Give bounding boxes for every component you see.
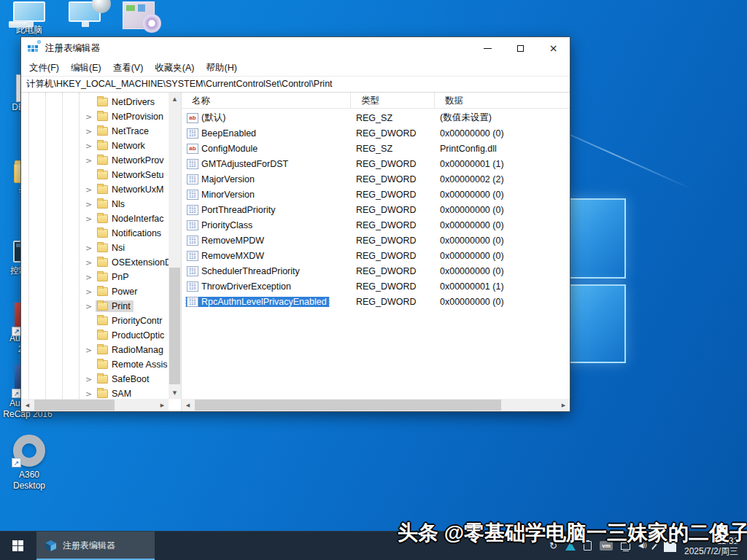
expander-icon[interactable] [85, 185, 96, 195]
tree-item[interactable]: Network [21, 139, 169, 153]
expander-icon[interactable] [85, 127, 96, 136]
registry-value-row[interactable]: PriorityClass REG_DWORD 0x00000000 (0) [182, 217, 570, 233]
expander-icon[interactable] [85, 244, 96, 253]
scroll-down-icon[interactable]: ▼ [169, 386, 181, 399]
list-horizontal-scrollbar[interactable]: ◀ ▶ [182, 399, 570, 411]
value-name: ThrowDriverException [201, 281, 291, 292]
registry-value-row[interactable]: PortThreadPriority REG_DWORD 0x00000000 … [182, 202, 570, 217]
value-type-icon [187, 266, 198, 276]
expander-icon[interactable] [85, 214, 96, 224]
expander-icon[interactable] [85, 346, 96, 355]
expander-icon[interactable] [85, 200, 96, 209]
registry-value-row[interactable]: MajorVersion REG_DWORD 0x00000002 (2) [182, 171, 570, 187]
value-type: REG_DWORD [351, 220, 435, 230]
tree-item[interactable]: Nsi [21, 241, 169, 255]
scrollbar-thumb[interactable] [195, 400, 501, 411]
tree-item[interactable]: PnP [21, 270, 169, 284]
expander-icon[interactable] [85, 287, 96, 297]
desktop-icon-this-pc[interactable]: 此电脑 [1, 1, 57, 36]
scroll-left-icon[interactable]: ◀ [21, 399, 34, 411]
tree-item[interactable]: NetTrace [21, 124, 169, 139]
menu-edit[interactable]: 编辑(E) [65, 60, 107, 76]
tree-item-label: Power [112, 287, 137, 297]
tree-item[interactable]: Remote Assis [21, 357, 169, 372]
folder-icon [97, 98, 108, 106]
tree-item[interactable]: NodeInterfac [21, 211, 169, 226]
registry-value-row[interactable]: ConfigModule REG_SZ PrintConfig.dll [182, 141, 570, 156]
registry-value-row[interactable]: GMTAdjustedForDST REG_DWORD 0x00000001 (… [182, 156, 570, 171]
folder-icon [97, 244, 108, 252]
menu-help[interactable]: 帮助(H) [200, 60, 242, 76]
tree-item-label: Nsi [112, 243, 125, 253]
taskbar-app-label: 注册表编辑器 [63, 540, 115, 552]
minimize-button[interactable] [471, 37, 504, 59]
column-header-type[interactable]: 类型 [351, 93, 435, 109]
registry-value-row[interactable]: SchedulerThreadPriority REG_DWORD 0x0000… [182, 263, 570, 279]
tree-item[interactable]: PriorityContr [21, 314, 169, 328]
window-title: 注册表编辑器 [45, 42, 471, 55]
tree-item[interactable]: RadioManag [21, 343, 169, 357]
tree-item[interactable]: NetProvision [21, 109, 169, 124]
maximize-button[interactable] [504, 37, 537, 59]
desktop-icon-installer[interactable] [111, 1, 166, 32]
menu-view[interactable]: 查看(V) [107, 60, 150, 76]
taskbar-app-registry-editor[interactable]: 注册表编辑器 [36, 532, 155, 560]
column-header-name[interactable]: 名称 [182, 93, 351, 109]
scrollbar-thumb[interactable] [169, 268, 180, 384]
tree-item[interactable]: OSExtensionD [21, 255, 169, 270]
scroll-right-icon[interactable]: ▶ [156, 399, 169, 411]
desktop-icon-a360[interactable]: ↗ A360 Desktop [1, 435, 57, 491]
tree-item[interactable]: SafeBoot [21, 372, 169, 386]
tree-item[interactable]: Power [21, 284, 169, 299]
expander-icon[interactable] [85, 302, 96, 311]
menu-file[interactable]: 文件(F) [23, 60, 65, 76]
registry-value-row[interactable]: MinorVersion REG_DWORD 0x00000000 (0) [182, 187, 570, 202]
start-button[interactable] [0, 532, 35, 560]
expander-icon[interactable] [85, 258, 96, 268]
scroll-right-icon[interactable]: ▶ [557, 399, 570, 411]
address-bar[interactable]: 计算机\HKEY_LOCAL_MACHINE\SYSTEM\CurrentCon… [21, 76, 570, 93]
tree-vertical-scrollbar[interactable]: ▲ ▼ [169, 93, 181, 399]
tree-horizontal-scrollbar[interactable]: ◀ ▶ [21, 399, 169, 411]
value-type: REG_DWORD [351, 190, 435, 200]
registry-value-row[interactable]: BeepEnabled REG_DWORD 0x00000000 (0) [182, 125, 570, 141]
tree-item[interactable]: NetworkUxM [21, 182, 169, 197]
expander-icon[interactable] [85, 375, 96, 384]
list-header: 名称 类型 数据 [182, 93, 570, 109]
folder-icon [97, 375, 108, 384]
tree-item[interactable]: NetDrivers [21, 95, 169, 109]
column-header-data[interactable]: 数据 [435, 93, 570, 109]
value-type-icon [187, 220, 198, 230]
a360-icon: ↗ [13, 435, 45, 467]
registry-value-row[interactable]: RemoveMXDW REG_DWORD 0x00000000 (0) [182, 248, 570, 263]
value-name: RemoveMPDW [201, 236, 264, 246]
expander-icon[interactable] [85, 141, 96, 151]
expander-icon[interactable] [85, 156, 96, 166]
value-type: REG_DWORD [351, 266, 435, 276]
scroll-up-icon[interactable]: ▲ [169, 93, 181, 105]
registry-value-row[interactable]: RemoveMPDW REG_DWORD 0x00000000 (0) [182, 233, 570, 248]
registry-values-panel[interactable]: 名称 类型 数据 (默认) REG_SZ (数值未设置) [182, 93, 570, 411]
tree-item[interactable]: ProductOptic [21, 328, 169, 343]
scrollbar-thumb[interactable] [34, 400, 115, 411]
expander-icon[interactable] [85, 273, 96, 282]
registry-tree-panel[interactable]: NetDrivers NetProvision [21, 93, 182, 411]
folder-icon [97, 112, 108, 121]
tree-item[interactable]: Notifications [21, 226, 169, 241]
value-name: PortThreadPriority [201, 205, 275, 215]
tree-item[interactable]: Nls [21, 197, 169, 211]
close-button[interactable]: × [537, 37, 570, 59]
tree-item[interactable]: NetworkSetu [21, 168, 169, 182]
title-bar[interactable]: 注册表编辑器 × [21, 37, 570, 59]
registry-editor-icon [28, 42, 39, 54]
registry-value-row[interactable]: ThrowDriverException REG_DWORD 0x0000000… [182, 279, 570, 294]
expander-icon[interactable] [85, 112, 96, 122]
expander-icon[interactable] [85, 389, 96, 399]
registry-value-row[interactable]: RpcAuthnLevelPrivacyEnabled REG_DWORD 0x… [182, 294, 570, 309]
tree-item[interactable]: NetworkProv [21, 153, 169, 168]
scroll-left-icon[interactable]: ◀ [182, 399, 194, 411]
desktop-icon-network[interactable] [57, 1, 112, 25]
registry-value-row[interactable]: (默认) REG_SZ (数值未设置) [182, 110, 570, 125]
tree-item[interactable]: Print [21, 299, 169, 314]
menu-favorites[interactable]: 收藏夹(A) [149, 60, 200, 76]
